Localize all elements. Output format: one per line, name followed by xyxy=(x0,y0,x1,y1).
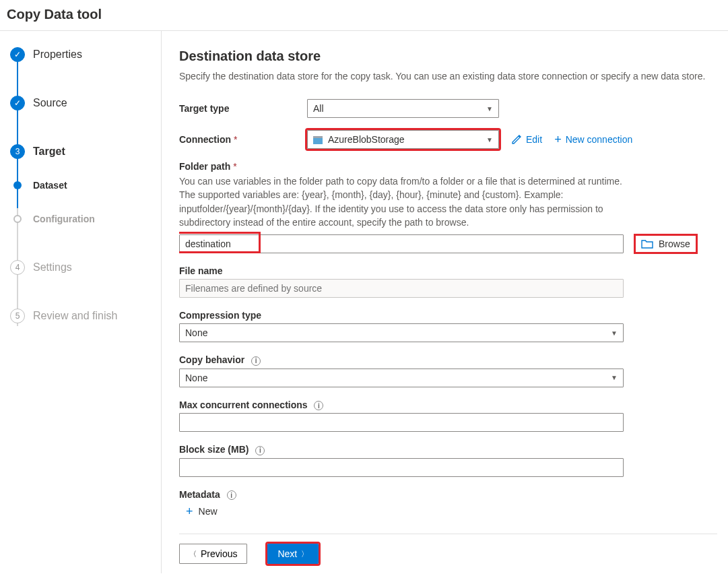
browse-button[interactable]: Browse xyxy=(636,236,696,252)
storage-icon xyxy=(313,135,323,143)
max-conn-label: Max concurrent connections i xyxy=(179,399,717,411)
select-value: None xyxy=(185,373,207,383)
metadata-new-button[interactable]: + New xyxy=(186,505,218,517)
pencil-icon xyxy=(511,134,522,145)
info-icon[interactable]: i xyxy=(251,356,261,366)
previous-button[interactable]: 〈 Previous xyxy=(179,544,247,564)
info-icon[interactable]: i xyxy=(255,446,265,455)
chevron-down-icon: ▼ xyxy=(486,136,493,143)
folder-path-label: Folder path* xyxy=(179,161,717,172)
connection-select[interactable]: AzureBlobStorage ▼ xyxy=(307,130,499,149)
compression-select[interactable]: None ▼ xyxy=(179,323,624,342)
select-value: None xyxy=(185,327,207,338)
sidebar-step-source[interactable]: Source xyxy=(0,86,161,120)
info-icon[interactable]: i xyxy=(227,490,236,500)
plus-icon: + xyxy=(554,133,562,146)
metadata-label: Metadata i xyxy=(179,489,717,501)
svg-rect-0 xyxy=(313,136,323,138)
step-number-icon: 4 xyxy=(10,260,25,275)
new-connection-button[interactable]: + New connection xyxy=(554,133,632,146)
next-button[interactable]: Next 〉 xyxy=(267,544,319,564)
max-conn-input[interactable] xyxy=(179,413,624,432)
copy-behavior-select[interactable]: None ▼ xyxy=(179,369,624,387)
folder-path-input[interactable] xyxy=(179,234,624,253)
step-label: Properties xyxy=(33,49,82,61)
step-label: Settings xyxy=(33,261,72,274)
chevron-down-icon: ▼ xyxy=(486,105,493,113)
step-label: Target xyxy=(33,146,65,158)
check-icon xyxy=(10,47,25,62)
sidebar: Properties Source 3 Target Dataset Confi… xyxy=(0,31,162,573)
chevron-right-icon: 〉 xyxy=(301,549,308,559)
sidebar-substep-configuration[interactable]: Configuration xyxy=(0,202,161,236)
plus-icon: + xyxy=(186,505,193,517)
connection-label: Connection* xyxy=(179,134,307,145)
substep-label: Dataset xyxy=(33,180,67,191)
dot-icon xyxy=(13,181,22,189)
chevron-down-icon: ▼ xyxy=(611,329,618,337)
copy-behavior-label: Copy behavior i xyxy=(179,354,717,366)
page-title: Destination data store xyxy=(179,49,717,64)
dot-icon xyxy=(13,215,22,223)
folder-icon xyxy=(641,239,653,249)
substep-label: Configuration xyxy=(33,214,95,224)
file-name-input xyxy=(179,279,624,298)
sidebar-step-settings[interactable]: 4 Settings xyxy=(0,251,161,284)
wizard-footer: 〈 Previous Next 〉 xyxy=(179,534,717,573)
file-name-label: File name xyxy=(179,265,717,276)
sidebar-step-review[interactable]: 5 Review and finish xyxy=(0,299,161,333)
chevron-down-icon: ▼ xyxy=(611,374,618,381)
info-icon[interactable]: i xyxy=(314,401,323,410)
step-label: Review and finish xyxy=(33,310,117,322)
step-number-icon: 3 xyxy=(10,144,25,159)
sidebar-step-properties[interactable]: Properties xyxy=(0,38,161,71)
step-number-icon: 5 xyxy=(10,309,25,323)
sidebar-substep-dataset[interactable]: Dataset xyxy=(0,168,161,202)
check-icon xyxy=(10,96,25,110)
select-value: AzureBlobStorage xyxy=(328,134,405,145)
folder-path-help: You can use variables in the folder path… xyxy=(179,174,637,229)
chevron-left-icon: 〈 xyxy=(189,549,197,559)
compression-label: Compression type xyxy=(179,310,717,321)
target-type-label: Target type xyxy=(179,103,307,114)
edit-connection-button[interactable]: Edit xyxy=(511,134,542,145)
block-size-input[interactable] xyxy=(179,458,624,477)
svg-rect-1 xyxy=(313,138,323,144)
target-type-select[interactable]: All ▼ xyxy=(307,99,499,118)
sidebar-step-target[interactable]: 3 Target xyxy=(0,135,161,168)
block-size-label: Block size (MB) i xyxy=(179,444,717,455)
page-description: Specify the destination data store for t… xyxy=(179,71,717,82)
select-value: All xyxy=(313,103,324,114)
app-title: Copy Data tool xyxy=(0,0,728,31)
step-label: Source xyxy=(33,97,67,109)
